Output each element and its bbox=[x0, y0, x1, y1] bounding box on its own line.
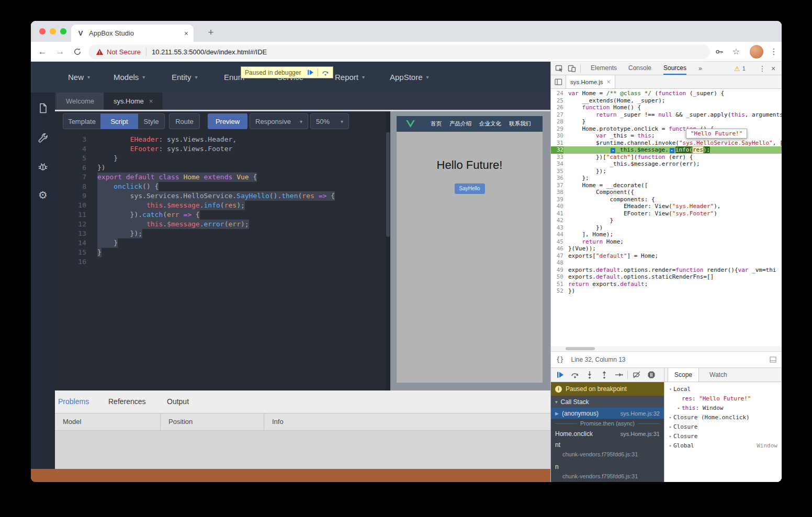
editor-scrollbar[interactable] bbox=[386, 111, 390, 390]
scope-section-closure[interactable]: ▸Closure bbox=[664, 432, 782, 441]
forward-button[interactable]: → bbox=[54, 45, 66, 58]
nav-item-entity[interactable]: Entity▾ bbox=[172, 62, 198, 93]
line-content: EFooter: sys.Views.Footer bbox=[97, 144, 232, 154]
step-marker-icon[interactable]: ▸ bbox=[670, 148, 674, 153]
file-tab-close-icon[interactable]: × bbox=[607, 78, 611, 86]
pretty-print-icon[interactable]: {} bbox=[556, 356, 563, 363]
preview-nav-item[interactable]: 企业文化 bbox=[479, 120, 501, 128]
close-icon[interactable]: × bbox=[149, 97, 153, 105]
step-into-icon[interactable] bbox=[585, 371, 594, 379]
responsive-select[interactable]: Responsive ▾ bbox=[250, 113, 308, 129]
code-line-6: 6}) bbox=[55, 163, 386, 173]
pages-file-icon[interactable] bbox=[38, 103, 48, 113]
editor-code-area[interactable]: 3 EHeader: sys.Views.Header,4 EFooter: s… bbox=[55, 135, 386, 390]
file-tab-sys-home-js[interactable]: sys.Home.js × bbox=[566, 75, 615, 88]
reload-button[interactable] bbox=[71, 45, 84, 58]
route-mode-button[interactable]: Route bbox=[169, 113, 200, 129]
window-zoom-button[interactable] bbox=[60, 28, 66, 35]
warning-badge[interactable]: ⚠ 1 bbox=[734, 62, 746, 75]
devtools-tab-elements[interactable]: Elements bbox=[591, 62, 617, 75]
resume-script-icon[interactable] bbox=[307, 69, 314, 76]
devtools-tab-console[interactable]: Console bbox=[628, 62, 651, 75]
tab-close-icon[interactable]: × bbox=[184, 29, 188, 38]
call-stack-header[interactable]: ▾ Call Stack bbox=[551, 396, 664, 408]
devtools-tab-sources[interactable]: Sources bbox=[663, 62, 686, 75]
inspect-element-icon[interactable] bbox=[555, 64, 563, 73]
style-mode-button[interactable]: Style bbox=[138, 113, 165, 129]
bottom-tab-problems[interactable]: Problems bbox=[58, 390, 89, 413]
password-key-icon[interactable] bbox=[714, 47, 725, 57]
scrollbar-thumb[interactable] bbox=[566, 347, 595, 350]
code-editor-pane: TemplateScriptStyleRoute Preview Respons… bbox=[55, 111, 390, 390]
code-line-47: 47exports["default"] = Home; bbox=[551, 252, 782, 260]
code-line-31: 31 $runtime.channel.invoke("sys.HelloSer… bbox=[551, 140, 782, 147]
scope-section-closure[interactable]: ▸Closure (Home.onclick) bbox=[664, 413, 782, 422]
navigator-toggle-icon[interactable] bbox=[555, 78, 562, 86]
call-stack-frame[interactable]: Home.onclicksys.Home.js:31 bbox=[551, 428, 664, 439]
scope-section-local[interactable]: ▾Local bbox=[664, 385, 782, 394]
window-close-button[interactable] bbox=[39, 28, 46, 35]
scope-section-global[interactable]: ▸GlobalWindow bbox=[664, 441, 782, 451]
editor-scrollbar-thumb[interactable] bbox=[386, 132, 390, 237]
call-stack-title: Call Stack bbox=[561, 398, 589, 406]
preview-nav-item[interactable]: 联系我们 bbox=[509, 120, 531, 128]
tab-scope[interactable]: Scope bbox=[668, 368, 699, 382]
zoom-select[interactable]: 50% ▾ bbox=[310, 113, 349, 129]
nav-item-report[interactable]: Report▾ bbox=[335, 62, 365, 93]
settings-gear-icon[interactable]: ⚙ bbox=[38, 190, 48, 200]
template-mode-button[interactable]: Template bbox=[63, 113, 101, 129]
devtools-menu-icon[interactable]: ⋮ bbox=[759, 62, 766, 75]
more-panels-icon[interactable]: » bbox=[698, 62, 702, 75]
preview-nav-item[interactable]: 首页 bbox=[431, 120, 442, 128]
back-button[interactable]: ← bbox=[36, 45, 49, 58]
scope-variable[interactable]: res: "Hello Future!" bbox=[664, 394, 782, 404]
line-content: var Home = /** @class */ (function (_sup… bbox=[568, 90, 724, 97]
step-out-icon[interactable] bbox=[600, 371, 608, 379]
step-over-icon[interactable] bbox=[571, 371, 579, 379]
browser-menu-icon[interactable]: ⋮ bbox=[769, 47, 779, 57]
app-status-bar bbox=[31, 469, 550, 482]
line-number: 10 bbox=[55, 201, 86, 210]
call-stack-frame[interactable]: n bbox=[551, 461, 664, 472]
step-marker-icon[interactable]: ▸ bbox=[611, 148, 615, 153]
async-label: Promise.then (async) bbox=[580, 420, 635, 427]
source-horizontal-scrollbar[interactable] bbox=[551, 346, 782, 351]
paused-banner-label: Paused in debugger bbox=[245, 69, 303, 76]
address-bar[interactable]: Not Secure 10.211.55.3:5000/dev/index.ht… bbox=[88, 44, 710, 59]
tools-wrench-icon[interactable] bbox=[38, 133, 48, 143]
devtools-close-icon[interactable]: × bbox=[771, 62, 775, 75]
step-icon[interactable] bbox=[615, 371, 623, 379]
nav-item-models[interactable]: Models▾ bbox=[114, 62, 145, 93]
editor-tab-welcome[interactable]: Welcome bbox=[57, 93, 104, 110]
deactivate-breakpoints-icon[interactable] bbox=[633, 371, 641, 379]
tab-watch[interactable]: Watch bbox=[704, 368, 732, 382]
window-minimize-button[interactable] bbox=[50, 28, 56, 35]
scope-section-closure[interactable]: ▸Closure bbox=[664, 422, 782, 432]
drawer-toggle-icon[interactable] bbox=[770, 357, 776, 363]
debug-bug-icon[interactable] bbox=[38, 162, 48, 172]
editor-tab-sys-home[interactable]: sys.Home× bbox=[104, 93, 163, 110]
line-number: 31 bbox=[551, 140, 563, 147]
call-stack-frame[interactable]: ▶(anonymous)sys.Home.js:32 bbox=[551, 408, 664, 419]
browser-tab[interactable]: V AppBox Studio × bbox=[71, 25, 194, 42]
scope-variable[interactable]: ▸this: Window bbox=[664, 404, 782, 413]
bookmark-star-icon[interactable]: ☆ bbox=[731, 47, 741, 57]
preview-button[interactable]: Preview bbox=[208, 113, 247, 129]
nav-item-appstore[interactable]: AppStore▾ bbox=[390, 62, 429, 93]
line-number: 44 bbox=[551, 231, 563, 238]
bottom-tab-output[interactable]: Output bbox=[167, 390, 189, 413]
source-code-area[interactable]: 24var Home = /** @class */ (function (_s… bbox=[551, 89, 782, 346]
nav-item-label: Models bbox=[114, 73, 139, 82]
nav-item-new[interactable]: New▾ bbox=[68, 62, 90, 93]
script-mode-button[interactable]: Script bbox=[100, 113, 138, 129]
step-over-icon[interactable] bbox=[322, 69, 329, 76]
bottom-tab-references[interactable]: References bbox=[108, 390, 146, 413]
preview-nav-item[interactable]: 产品介绍 bbox=[449, 120, 471, 128]
resume-script-icon[interactable] bbox=[556, 371, 565, 379]
pause-on-exceptions-icon[interactable] bbox=[647, 371, 656, 379]
profile-avatar[interactable] bbox=[750, 45, 763, 59]
call-stack-frame[interactable]: nt bbox=[551, 439, 664, 450]
new-tab-button[interactable]: + bbox=[204, 26, 218, 39]
device-toolbar-icon[interactable] bbox=[568, 64, 576, 73]
sayhello-button[interactable]: SayHello bbox=[454, 183, 484, 194]
